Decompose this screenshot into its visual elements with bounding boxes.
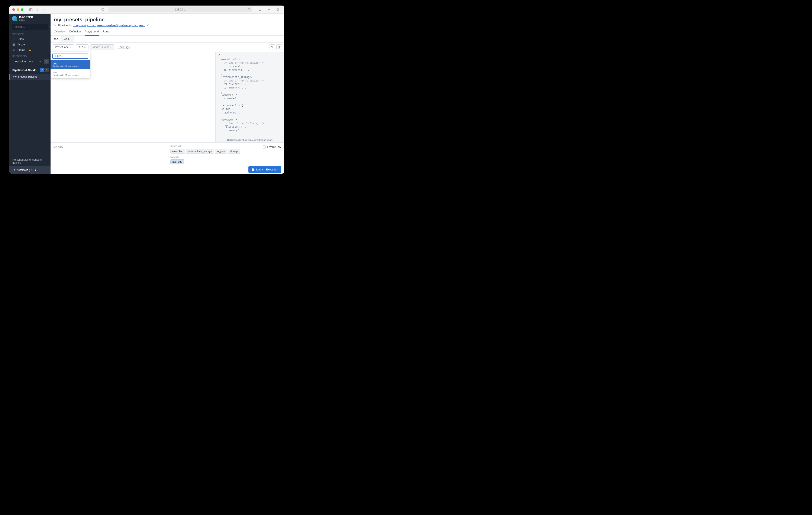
config-tab-add[interactable]: Add... <box>61 36 75 43</box>
slash-hint: / <box>48 26 51 28</box>
tag-execution[interactable]: execution <box>170 149 185 154</box>
pilcrow-icon <box>271 46 274 49</box>
checkbox-icon[interactable] <box>263 145 266 148</box>
config-editor[interactable]: one Solids: All - Mode: default two Soli… <box>51 52 216 142</box>
add-tags-link[interactable]: + Add tags <box>117 46 129 49</box>
traffic-lights <box>12 8 24 11</box>
solid-selector[interactable]: * <box>76 44 88 50</box>
share-icon[interactable] <box>258 7 262 12</box>
svg-point-9 <box>13 50 14 51</box>
mode-selector[interactable]: Mode: default <box>90 44 114 50</box>
list-view-button[interactable] <box>45 68 49 72</box>
address-bar[interactable]: 127.0.0.1 <box>109 7 252 12</box>
graph-icon <box>78 46 81 48</box>
toolbar-right <box>269 44 282 50</box>
svg-point-29 <box>253 169 253 170</box>
table-icon <box>12 43 16 46</box>
tag-add_one[interactable]: add_one <box>170 159 184 164</box>
schema-hint[interactable]: { execution?: { /* One of the following:… <box>216 52 284 138</box>
tree-view-button[interactable] <box>40 68 44 72</box>
config-tab-one[interactable]: one <box>51 36 61 43</box>
forward-icon[interactable] <box>42 7 46 12</box>
sidebar-toggle-icon[interactable] <box>29 7 33 12</box>
preset-popup: one Solids: All - Mode: default two Soli… <box>51 52 90 78</box>
warning-triangle-icon <box>28 49 31 52</box>
gauge-icon <box>252 168 254 171</box>
autocomplete-hint: Ctrl+Space to show auto-completions inli… <box>216 138 284 142</box>
timezone-selector[interactable]: Automatic (PDT) <box>9 166 51 174</box>
svg-rect-24 <box>278 46 280 48</box>
tab-overview[interactable]: Overview <box>54 30 65 35</box>
repo-name: __repository__my_pre... <box>12 60 38 63</box>
config-tabs: one Add... <box>51 36 284 43</box>
solids-label: SOLIDS <box>170 156 281 158</box>
no-schedules-text: No schedules or sensors defined <box>9 156 51 166</box>
mode-label: Mode: default <box>92 46 109 49</box>
sidebar-search[interactable]: / <box>11 24 49 30</box>
refresh-repo-button[interactable] <box>44 59 49 64</box>
new-tab-icon[interactable] <box>267 7 271 12</box>
shield-icon[interactable] <box>100 7 105 12</box>
preset-option-one[interactable]: one Solids: All - Mode: default <box>51 60 90 69</box>
config-toolbar: Preset: one * Mode: default + Add tags <box>51 43 284 52</box>
list-icon <box>46 69 48 71</box>
whitespace-toggle-button[interactable] <box>269 44 275 50</box>
clock-icon <box>12 169 15 171</box>
scaffold-button[interactable] <box>277 44 282 50</box>
brand[interactable]: DAGSTER 0.10.8 <box>9 13 51 23</box>
solids-tags: add_one <box>170 159 281 164</box>
sidebar: DAGSTER 0.10.8 / INSTANCE Runs Assets St… <box>9 13 51 174</box>
runtime-panel: Errors Only RUNTIME executionintermediat… <box>167 143 284 174</box>
tag-loggers[interactable]: loggers <box>215 149 227 154</box>
pipelines-header: Pipelines & Solids <box>9 66 51 74</box>
errors-label: ERRORS <box>54 146 164 148</box>
page-title: my_presets_pipeline <box>54 17 281 23</box>
pipeline-item-label: my_presets_pipeline <box>13 75 37 78</box>
refresh-icon[interactable] <box>248 8 250 11</box>
runtime-tags: executionintermediate_storageloggersstor… <box>170 149 281 154</box>
spacer <box>9 80 51 156</box>
window-minimize-icon[interactable] <box>17 8 19 11</box>
preset-option-two[interactable]: two Solids: All - Mode: default <box>51 69 90 78</box>
svg-rect-0 <box>30 8 32 11</box>
modified-dot-icon <box>84 47 86 48</box>
svg-rect-6 <box>13 44 15 46</box>
refresh-icon <box>45 60 48 63</box>
brand-text: DAGSTER 0.10.8 <box>19 16 33 21</box>
launch-execution-button[interactable]: Launch Execution <box>249 166 281 173</box>
browser-window: 127.0.0.1 DAGSTER <box>9 5 284 174</box>
tab-playground[interactable]: Playground <box>85 30 99 36</box>
tab-runs[interactable]: Runs <box>103 30 109 35</box>
nav-buttons <box>34 7 47 12</box>
sidebar-item-runs[interactable]: Runs <box>9 36 51 42</box>
history-icon <box>12 37 16 40</box>
sidebar-item-assets[interactable]: Assets <box>9 42 51 47</box>
window-maximize-icon[interactable] <box>21 8 24 11</box>
tag-intermediate_storage[interactable]: intermediate_storage <box>186 149 214 154</box>
pipeline-item[interactable]: my_presets_pipeline <box>9 74 51 80</box>
preset-filter[interactable] <box>52 54 88 59</box>
brand-version: 0.10.8 <box>19 19 33 21</box>
tab-definition[interactable]: Definition <box>69 30 81 35</box>
sidebar-item-status[interactable]: Status <box>9 47 51 53</box>
window-close-icon[interactable] <box>12 8 15 11</box>
brand-name: DAGSTER <box>19 16 33 19</box>
editor-area: one Solids: All - Mode: default two Soli… <box>51 52 284 142</box>
status-label: Status <box>18 49 25 52</box>
preset-selector[interactable]: Preset: one <box>53 44 74 50</box>
tabs-icon[interactable] <box>276 7 280 12</box>
errors-only-toggle[interactable]: Errors Only <box>263 145 281 148</box>
preset-filter-input[interactable] <box>55 55 87 58</box>
chevron-down-icon <box>110 47 112 48</box>
repo-selector[interactable]: __repository__my_pre... <box>9 58 51 65</box>
search-input[interactable] <box>14 25 47 28</box>
content: my_presets_pipeline Pipeline in __reposi… <box>51 13 284 174</box>
tag-storage[interactable]: storage <box>228 149 240 154</box>
errors-only-label: Errors Only <box>267 145 281 148</box>
main-tabs: Overview Definition Playground Runs <box>51 27 284 36</box>
repo-path-link[interactable]: __repository__my_presets_pipeline@pipeli… <box>73 24 145 27</box>
back-icon[interactable] <box>35 7 39 12</box>
preset-option-sub: Solids: All - Mode: default <box>53 74 88 76</box>
timezone-label: Automatic (PDT) <box>17 168 36 171</box>
refresh-icon[interactable] <box>147 24 149 27</box>
